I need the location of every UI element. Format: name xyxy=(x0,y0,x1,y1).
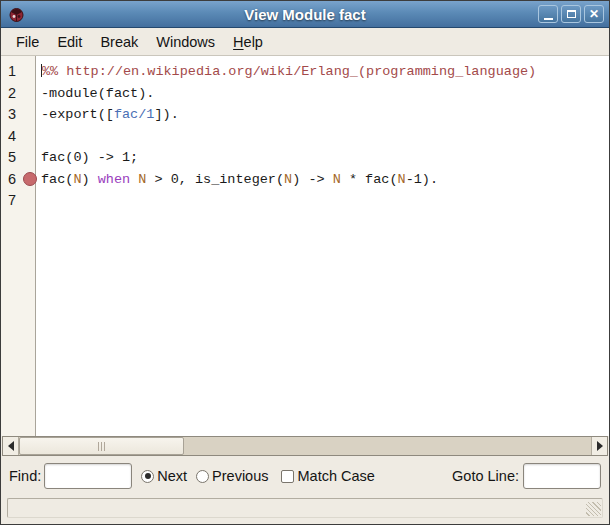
window-controls: ✕ xyxy=(538,5,604,23)
find-bar: Find: Next Previous Match Case Goto Line… xyxy=(1,456,609,496)
minimize-icon xyxy=(544,18,553,20)
menu-item-help[interactable]: Help xyxy=(224,31,272,53)
code-line-4[interactable]: 4 xyxy=(1,126,609,148)
previous-radio[interactable] xyxy=(196,470,209,483)
status-bar-inset xyxy=(7,498,603,518)
code-line-5[interactable]: 5fac(0) -> 1; xyxy=(1,147,609,169)
line-number: 5 xyxy=(1,147,36,169)
scrollbar-thumb[interactable] xyxy=(19,437,184,455)
match-case-label: Match Case xyxy=(298,468,375,484)
previous-label: Previous xyxy=(212,468,268,484)
code-line-1[interactable]: 1%% http://en.wikipedia.org/wiki/Erlang_… xyxy=(1,61,609,83)
menu-item-windows[interactable]: Windows xyxy=(147,31,224,53)
titlebar[interactable]: View Module fact ✕ xyxy=(1,1,609,28)
code-editor[interactable]: 1%% http://en.wikipedia.org/wiki/Erlang_… xyxy=(1,55,609,436)
code-text: fac(0) -> 1; xyxy=(41,147,138,169)
view-module-window: View Module fact ✕ FileEditBreakWindowsH… xyxy=(0,0,610,525)
close-button[interactable]: ✕ xyxy=(584,5,604,23)
arrow-left-icon xyxy=(8,441,14,451)
scroll-right-button[interactable] xyxy=(591,437,607,455)
breakpoint-marker[interactable] xyxy=(23,172,37,186)
menubar: FileEditBreakWindowsHelp xyxy=(1,28,609,55)
code-text: %% http://en.wikipedia.org/wiki/Erlang_(… xyxy=(41,61,536,83)
code-line-3[interactable]: 3-export([fac/1]). xyxy=(1,104,609,126)
goto-line-input[interactable] xyxy=(523,463,601,489)
find-input[interactable] xyxy=(44,463,132,489)
line-number: 3 xyxy=(1,104,36,126)
code-lines: 1%% http://en.wikipedia.org/wiki/Erlang_… xyxy=(1,56,609,212)
code-line-6[interactable]: 6fac(N) when N > 0, is_integer(N) -> N *… xyxy=(1,169,609,191)
scroll-left-button[interactable] xyxy=(3,437,19,455)
scrollbar-grip-icon xyxy=(98,442,106,451)
code-line-2[interactable]: 2-module(fact). xyxy=(1,83,609,105)
code-text: -export([fac/1]). xyxy=(41,104,179,126)
code-text: -module(fact). xyxy=(41,83,154,105)
line-number: 4 xyxy=(1,126,36,148)
next-label: Next xyxy=(157,468,187,484)
window-title: View Module fact xyxy=(1,6,609,23)
menu-item-file[interactable]: File xyxy=(7,31,48,53)
match-case-checkbox[interactable] xyxy=(281,470,294,483)
status-bar xyxy=(1,496,609,524)
maximize-button[interactable] xyxy=(561,5,581,23)
code-line-7[interactable]: 7 xyxy=(1,190,609,212)
maximize-icon xyxy=(567,10,576,18)
menu-item-break[interactable]: Break xyxy=(91,31,147,53)
resize-grip-icon[interactable] xyxy=(586,502,601,516)
horizontal-scrollbar[interactable] xyxy=(2,436,608,456)
line-number: 1 xyxy=(1,61,36,83)
line-number: 7 xyxy=(1,190,36,212)
menu-item-edit[interactable]: Edit xyxy=(48,31,91,53)
line-number: 2 xyxy=(1,83,36,105)
arrow-right-icon xyxy=(597,441,603,451)
debugger-bug-icon xyxy=(8,6,25,23)
next-radio[interactable] xyxy=(141,470,154,483)
close-icon: ✕ xyxy=(589,8,599,20)
find-label: Find: xyxy=(9,468,41,484)
goto-line-label: Goto Line: xyxy=(452,468,519,484)
minimize-button[interactable] xyxy=(538,5,558,23)
code-text: fac(N) when N > 0, is_integer(N) -> N * … xyxy=(41,169,438,191)
